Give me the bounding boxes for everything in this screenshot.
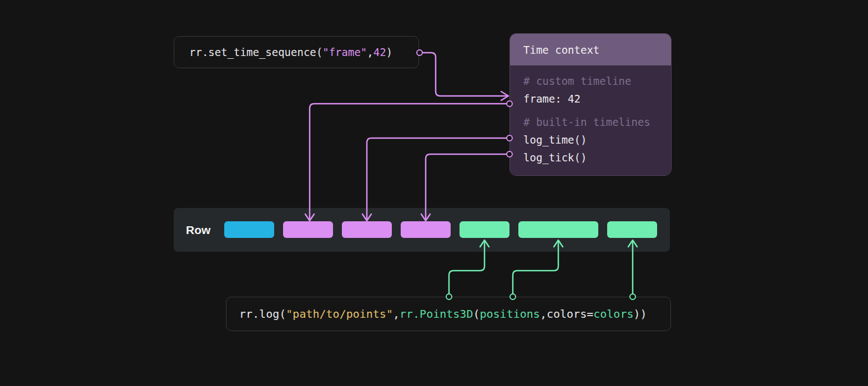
row-cell-green <box>518 221 598 238</box>
builtin-timelines-comment: # built-in timelines <box>523 113 671 131</box>
row-cell-green <box>460 221 509 238</box>
builtin-timeline-log-tick: log_tick() <box>523 149 671 166</box>
code-token: , <box>367 46 373 58</box>
row-cell-blue <box>224 221 274 238</box>
code-token: ) <box>386 46 392 58</box>
code-token: rr.set_time_sequence( <box>189 46 322 58</box>
code-token-colors-value: colors <box>593 307 633 321</box>
builtin-timeline-log-time: log_time() <box>523 131 671 149</box>
arrowhead-right-icon <box>501 92 508 100</box>
code-token-archetype: rr.Points3D <box>400 307 473 321</box>
code-token-path-string: "path/to/points" <box>286 307 393 321</box>
connector-frame-to-row <box>310 104 506 219</box>
row-cell-purple <box>283 221 333 238</box>
row-label: Row <box>186 208 210 252</box>
code-token-number: 42 <box>374 46 386 58</box>
set-time-sequence-code-box: rr.set_time_sequence("frame", 42) <box>174 36 419 68</box>
row-cell-purple <box>342 221 392 238</box>
time-context-panel-header: Time context <box>510 34 671 65</box>
row-cells <box>224 221 657 238</box>
custom-timeline-frame: frame: 42 <box>523 90 671 108</box>
row-cell-green <box>607 221 657 238</box>
code-token: rr.log( <box>239 307 286 321</box>
code-token: , <box>393 307 400 321</box>
row-cell-purple <box>401 221 451 238</box>
code-token: )) <box>633 307 647 321</box>
custom-timeline-comment: # custom timeline <box>523 72 671 90</box>
connector-log-time-to-row <box>367 138 506 219</box>
row-bar: Row <box>174 208 670 252</box>
code-token-positions: positions <box>480 307 540 321</box>
code-token-string: "frame" <box>322 46 367 58</box>
time-context-panel-title: Time context <box>523 44 599 56</box>
code-token: , <box>540 307 547 321</box>
time-context-panel-body: # custom timeline frame: 42 # built-in t… <box>510 65 671 176</box>
log-code-box: rr.log("path/to/points", rr.Points3D(pos… <box>226 297 671 331</box>
connector-set-time-to-frame <box>423 53 506 96</box>
time-context-panel: Time context # custom timeline frame: 42… <box>509 33 672 176</box>
code-token: colors= <box>547 307 593 321</box>
code-token: ( <box>473 307 480 321</box>
